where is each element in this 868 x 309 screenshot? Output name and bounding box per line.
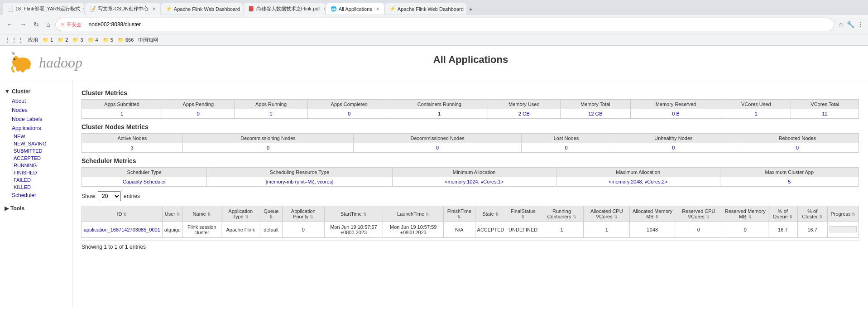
tab-csdn[interactable]: 📝 写文章-CSDN创作中心 ✕ <box>85 3 160 15</box>
tab-flink-dashboard-2[interactable]: ⚡ Apache Flink Web Dashboard ✕ <box>385 3 466 14</box>
sidebar-item-nodes[interactable]: Nodes <box>5 106 67 115</box>
header-active-nodes: Active Nodes <box>82 134 183 143</box>
header-max-cluster-app: Maximum Cluster App <box>720 168 858 177</box>
sidebar-item-failed[interactable]: FAILED <box>14 176 67 183</box>
bookmark-3[interactable]: 📁 3 <box>72 37 83 43</box>
sidebar-cluster-header[interactable]: ▼ Cluster <box>5 87 67 97</box>
cell-reserved-cpu: 0 <box>675 222 722 238</box>
tab-close-4[interactable]: ✕ <box>323 6 325 11</box>
cluster-nodes-row: 3 0 0 0 0 0 <box>82 143 859 153</box>
th-progress[interactable]: Progress ⇅ <box>827 206 858 222</box>
forward-button[interactable]: → <box>18 20 28 29</box>
sidebar-item-node-labels[interactable]: Node Labels <box>5 115 67 124</box>
bookmark-666[interactable]: 📁 666 <box>118 37 134 43</box>
th-app-type[interactable]: Application Type ⇅ <box>221 206 260 222</box>
reload-button[interactable]: ↻ <box>32 20 41 29</box>
rebooted-nodes-value[interactable]: 0 <box>736 143 858 153</box>
cell-running-containers: 1 <box>540 222 583 238</box>
entries-label: entries <box>124 193 140 199</box>
cell-reserved-mem[interactable]: 0 <box>722 222 768 238</box>
th-state[interactable]: State ⇅ <box>475 206 506 222</box>
th-priority[interactable]: Application Priority ⇅ <box>282 206 324 222</box>
apps-icon[interactable]: ⋮⋮⋮ <box>5 36 24 43</box>
tab-close-2[interactable]: ✕ <box>152 6 156 11</box>
th-start-time[interactable]: StartTime ⇅ <box>324 206 383 222</box>
th-reserved-mem[interactable]: Reserved Memory MB ⇅ <box>722 206 768 222</box>
header-apps-pending: Apps Pending <box>162 100 235 109</box>
th-name[interactable]: Name ⇅ <box>182 206 221 222</box>
new-tab-button[interactable]: + <box>467 5 475 14</box>
th-pct-queue[interactable]: % of Queue ⇅ <box>768 206 797 222</box>
th-pct-cluster[interactable]: % of Cluster ⇅ <box>797 206 827 222</box>
tab-favicon-1: 📄 <box>7 6 14 12</box>
decommissioning-nodes-value[interactable]: 0 <box>182 143 354 153</box>
sidebar-item-accepted[interactable]: ACCEPTED <box>14 154 67 162</box>
sidebar-item-about[interactable]: About <box>5 97 67 106</box>
menu-icon[interactable]: ⋮ <box>857 21 863 28</box>
decommissioned-nodes-value[interactable]: 0 <box>354 143 522 153</box>
apps-pending-value[interactable]: 0 <box>162 109 235 119</box>
bookmark-1[interactable]: 📁 1 <box>43 37 53 43</box>
home-button[interactable]: ⌂ <box>44 20 52 29</box>
cell-state: ACCEPTED <box>475 222 506 238</box>
address-input[interactable] <box>84 19 830 29</box>
bookmark-apps[interactable]: 应用 <box>28 37 38 43</box>
bookmark-zhiwang[interactable]: 中国知网 <box>138 37 158 43</box>
page-header: 🐘 hadoop All Applications <box>0 46 868 80</box>
th-reserved-cpu[interactable]: Reserved CPU VCores ⇅ <box>675 206 722 222</box>
apps-completed-value[interactable]: 0 <box>307 109 391 119</box>
sidebar-tools-header[interactable]: ▶ Tools <box>5 203 67 213</box>
sidebar-item-finished[interactable]: FINISHED <box>14 169 67 176</box>
th-user[interactable]: User ⇅ <box>162 206 182 222</box>
app-id-link[interactable]: application_1687142703085_0001 <box>84 227 160 232</box>
sidebar-item-applications[interactable]: Applications <box>5 124 67 133</box>
sidebar-item-new[interactable]: NEW <box>14 133 67 140</box>
toolbar-icons: ☆ 🔧 ⋮ <box>838 21 863 28</box>
sidebar: ▼ Cluster About Nodes Node Labels Applic… <box>0 80 72 307</box>
reserved-mem-link[interactable]: 0 <box>744 227 747 232</box>
apps-running-value[interactable]: 1 <box>235 109 307 119</box>
bookmark-5[interactable]: 📁 5 <box>103 37 113 43</box>
th-queue[interactable]: Queue ⇅ <box>260 206 282 222</box>
cell-id[interactable]: application_1687142703085_0001 <box>82 222 163 238</box>
entries-select[interactable]: 10 20 50 100 <box>98 191 121 201</box>
th-running-containers[interactable]: Running Containers ⇅ <box>540 206 583 222</box>
sidebar-item-scheduler[interactable]: Scheduler <box>5 191 67 200</box>
cluster-metrics-table: Apps Submitted Apps Pending Apps Running… <box>82 99 859 119</box>
th-id[interactable]: ID ⇅ <box>82 206 163 222</box>
bookmark-icon[interactable]: ☆ <box>838 21 844 28</box>
extensions-icon[interactable]: 🔧 <box>847 21 854 28</box>
th-alloc-cpu[interactable]: Allocated CPU VCores ⇅ <box>584 206 630 222</box>
tab-close-5[interactable]: ✕ <box>376 6 379 11</box>
tab-flink-pdf[interactable]: 📕 尚硅谷大数据技术之Flink.pdf ✕ <box>244 3 325 15</box>
th-final-status[interactable]: FinalStatus ⇅ <box>506 206 540 222</box>
max-cluster-app-value: 5 <box>720 177 858 187</box>
apps-submitted-value[interactable]: 1 <box>82 109 162 119</box>
browser-chrome: 📄 18_Flink部署_YARN运行模式_全 ✕ 📝 写文章-CSDN创作中心… <box>0 0 868 46</box>
sidebar-item-killed[interactable]: KILLED <box>14 183 67 191</box>
cell-start-time: Mon Jun 19 10:57:57 +0800 2023 <box>324 222 383 238</box>
th-launch-time[interactable]: LaunchTime ⇅ <box>383 206 444 222</box>
th-finish-time[interactable]: FinishTime ⇅ <box>444 206 475 222</box>
cell-queue: default <box>260 222 282 238</box>
th-alloc-mem[interactable]: Allocated Memory MB ⇅ <box>630 206 675 222</box>
tab-all-applications[interactable]: 🌐 All Applications ✕ <box>326 3 384 14</box>
sort-user-icon: ⇅ <box>177 212 180 217</box>
containers-running-value[interactable]: 1 <box>391 109 488 119</box>
back-button[interactable]: ← <box>5 20 14 29</box>
tab-flink-dashboard-1[interactable]: ⚡ Apache Flink Web Dashboard ✕ <box>161 3 243 14</box>
unhealthy-nodes-value[interactable]: 0 <box>611 143 736 153</box>
bookmark-2[interactable]: 📁 2 <box>58 37 68 43</box>
active-nodes-value[interactable]: 3 <box>82 143 183 153</box>
sidebar-item-running[interactable]: RUNNING <box>14 162 67 169</box>
tab-flink-yarn[interactable]: 📄 18_Flink部署_YARN运行模式_全 ✕ <box>3 3 84 15</box>
bookmark-4[interactable]: 📁 4 <box>88 37 98 43</box>
bookmarks-bar: ⋮⋮⋮ 应用 📁 1 📁 2 📁 3 📁 4 📁 5 📁 666 中国知网 <box>0 34 868 45</box>
lost-nodes-value[interactable]: 0 <box>522 143 611 153</box>
show-label: Show <box>82 193 95 199</box>
sidebar-item-new-saving[interactable]: NEW_SAVING <box>14 140 67 147</box>
svg-point-4 <box>16 65 20 72</box>
cell-launch-time: Mon Jun 19 10:57:59 +0800 2023 <box>383 222 444 238</box>
sidebar-item-submitted[interactable]: SUBMITTED <box>14 147 67 154</box>
header-memory-used: Memory Used <box>488 100 560 109</box>
